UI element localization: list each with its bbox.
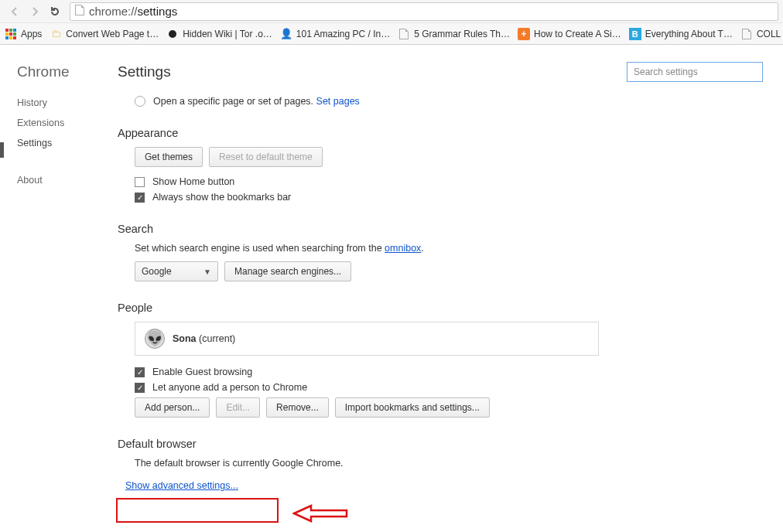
section-people: People: [118, 302, 763, 314]
radio-open-specific-page[interactable]: [135, 96, 145, 107]
search-placeholder: Search settings: [634, 66, 698, 77]
chevron-down-icon: ▼: [203, 268, 211, 276]
address-bar[interactable]: chrome://settings: [70, 2, 778, 21]
checkbox-show-home[interactable]: [135, 177, 145, 187]
bookmark-label: Apps: [21, 29, 42, 39]
bookmark-item[interactable]: COLL: [740, 28, 781, 40]
plus-icon: +: [518, 28, 530, 40]
settings-content: Settings Search settings Open a specific…: [108, 45, 783, 532]
sidebar: Chrome History Extensions Settings About: [0, 45, 108, 532]
section-appearance: Appearance: [118, 127, 763, 139]
url-path: settings: [138, 5, 178, 18]
brand-title: Chrome: [17, 63, 108, 80]
b-icon: B: [629, 28, 641, 40]
bookmark-item[interactable]: 🗀 Convert Web Page t…: [50, 28, 159, 40]
url-scheme: chrome://: [89, 5, 138, 18]
sidebar-item-settings[interactable]: Settings: [17, 133, 108, 153]
page-icon: [740, 28, 753, 40]
checkbox-label: Always show the bookmarks bar: [152, 192, 291, 203]
folder-icon: 🗀: [50, 28, 62, 40]
set-pages-link[interactable]: Set pages: [316, 96, 360, 107]
forward-button[interactable]: [25, 2, 45, 22]
bookmark-item[interactable]: 5 Grammar Rules Th…: [398, 28, 510, 40]
bookmark-item[interactable]: 👤 101 Amazing PC / In…: [280, 28, 390, 40]
sidebar-item-history[interactable]: History: [17, 93, 108, 113]
checkbox-show-bookmarks-bar[interactable]: ✓: [135, 193, 145, 203]
avatar-icon: 👽: [145, 329, 165, 349]
bookmark-label: Everything About T…: [645, 29, 733, 39]
checkbox-label: Let anyone add a person to Chrome: [152, 382, 307, 393]
people-profile-row[interactable]: 👽 Sona (current): [135, 322, 599, 356]
checkbox-guest-browsing[interactable]: ✓: [135, 367, 145, 377]
profile-name: Sona (current): [173, 333, 235, 344]
manage-search-engines-button[interactable]: Manage search engines...: [224, 261, 351, 281]
page-icon: [398, 28, 410, 40]
sidebar-item-about[interactable]: About: [17, 170, 108, 190]
bookmark-label: 5 Grammar Rules Th…: [414, 29, 510, 39]
section-default-browser: Default browser: [118, 438, 763, 450]
search-helper: Set which search engine is used when sea…: [135, 243, 763, 254]
bookmark-item[interactable]: Hidden Wiki | Tor .o…: [166, 28, 272, 40]
reload-button[interactable]: [45, 2, 65, 22]
bookmark-item[interactable]: B Everything About T…: [629, 28, 733, 40]
reset-theme-button[interactable]: Reset to default theme: [209, 147, 323, 167]
get-themes-button[interactable]: Get themes: [135, 147, 203, 167]
edit-person-button[interactable]: Edit...: [216, 397, 260, 418]
search-engine-select[interactable]: Google ▼: [135, 261, 218, 281]
bookmark-label: Hidden Wiki | Tor .o…: [183, 29, 272, 39]
bookmark-label: COLL: [757, 29, 781, 39]
page-title: Settings: [118, 63, 171, 80]
show-advanced-settings-link[interactable]: Show advanced settings...: [125, 480, 238, 491]
default-browser-text: The default browser is currently Google …: [135, 458, 763, 469]
bookmark-label: 101 Amazing PC / In…: [296, 29, 390, 39]
remove-person-button[interactable]: Remove...: [266, 397, 329, 418]
face-icon: 👤: [280, 28, 292, 40]
bookmark-label: How to Create A Si…: [534, 29, 621, 39]
import-bookmarks-button[interactable]: Import bookmarks and settings...: [335, 397, 490, 418]
active-indicator: [0, 142, 4, 158]
select-value: Google: [142, 266, 172, 277]
settings-search-input[interactable]: Search settings: [627, 62, 763, 82]
section-search: Search: [118, 223, 763, 235]
browser-toolbar: chrome://settings: [0, 0, 783, 23]
onion-icon: [166, 28, 179, 40]
checkbox-label: Enable Guest browsing: [152, 367, 252, 377]
bookmark-label: Convert Web Page t…: [66, 29, 159, 39]
apps-icon: [5, 28, 17, 40]
page-icon: [75, 5, 84, 18]
checkbox-label: Show Home button: [152, 176, 234, 187]
back-button[interactable]: [5, 2, 25, 22]
add-person-button[interactable]: Add person...: [135, 397, 210, 418]
bookmark-item[interactable]: + How to Create A Si…: [518, 28, 621, 40]
bookmark-apps[interactable]: Apps: [5, 28, 42, 40]
sidebar-item-extensions[interactable]: Extensions: [17, 113, 108, 133]
checkbox-anyone-add-person[interactable]: ✓: [135, 383, 145, 393]
bookmarks-bar: Apps 🗀 Convert Web Page t… Hidden Wiki |…: [0, 23, 783, 45]
omnibox-link[interactable]: omnibox: [385, 243, 421, 254]
radio-label: Open a specific page or set of pages. Se…: [153, 96, 360, 107]
